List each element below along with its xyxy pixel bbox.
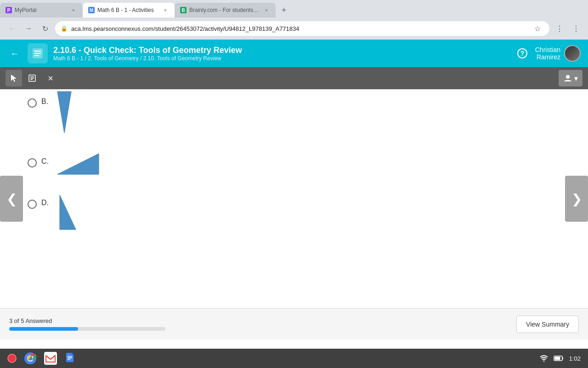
user-name: ChristianRamirez bbox=[535, 46, 560, 61]
tab-close-math6b[interactable]: × bbox=[162, 6, 169, 14]
toolbar-left: × bbox=[6, 70, 59, 86]
tab-close-myportal[interactable]: × bbox=[70, 6, 77, 14]
toolbar: × ▾ bbox=[0, 67, 588, 89]
battery-icon bbox=[554, 355, 564, 362]
progress-text: 3 of 5 Answered bbox=[9, 317, 516, 324]
address-bar-row: ← → ↻ 🔒 aca.lms.pearsonconnexus.com/stud… bbox=[0, 17, 588, 40]
address-bar[interactable]: 🔒 aca.lms.pearsonconnexus.com/student/26… bbox=[55, 21, 549, 36]
lock-icon: 🔒 bbox=[61, 25, 68, 32]
taskbar-app-circle[interactable] bbox=[7, 354, 17, 363]
avatar bbox=[564, 45, 581, 62]
progress-bar bbox=[9, 327, 165, 331]
prev-question-button[interactable]: ❮ bbox=[0, 176, 23, 222]
svg-rect-25 bbox=[562, 357, 563, 359]
option-label-b: B. bbox=[41, 98, 51, 106]
svg-marker-11 bbox=[57, 92, 71, 133]
tab-title-myportal: MyPortal bbox=[15, 7, 67, 13]
avatar-image bbox=[565, 46, 580, 61]
url-text: aca.lms.pearsonconnexus.com/student/2645… bbox=[71, 25, 527, 32]
tab-favicon-myportal: P bbox=[6, 7, 12, 13]
refresh-button[interactable]: ↻ bbox=[39, 22, 51, 35]
option-row-d: D. bbox=[28, 190, 560, 232]
taskbar-right: 1:02 bbox=[540, 355, 581, 362]
option-label-d: D. bbox=[41, 199, 51, 207]
chrome-taskbar-icon[interactable] bbox=[24, 352, 37, 365]
option-row-b: B. bbox=[28, 89, 560, 135]
prev-arrow-icon: ❮ bbox=[6, 191, 17, 207]
header-title-group: 2.10.6 - Quick Check: Tools of Geometry … bbox=[53, 46, 509, 62]
taskbar: 1:02 bbox=[0, 349, 588, 368]
next-question-button[interactable]: ❯ bbox=[565, 176, 588, 222]
docs-taskbar-icon[interactable] bbox=[64, 352, 77, 365]
svg-point-10 bbox=[566, 75, 570, 79]
tab-brainly[interactable]: B Brainly.com - For students. By st × bbox=[175, 3, 276, 17]
user-info: ChristianRamirez bbox=[535, 45, 581, 62]
tab-close-brainly[interactable]: × bbox=[263, 6, 270, 14]
svg-point-23 bbox=[543, 361, 544, 362]
radio-option-b[interactable] bbox=[28, 98, 37, 108]
option-figure-d bbox=[55, 190, 83, 232]
option-label-c: C. bbox=[41, 157, 51, 166]
tab-bar: P MyPortal × M Math 6 B - 1 - Activities… bbox=[0, 0, 588, 17]
triangle-d-svg bbox=[55, 190, 83, 232]
view-summary-button[interactable]: View Summary bbox=[516, 316, 579, 333]
footer: 3 of 5 Answered View Summary bbox=[0, 308, 588, 339]
close-button[interactable]: × bbox=[42, 70, 59, 86]
svg-rect-19 bbox=[72, 353, 74, 355]
taskbar-left bbox=[7, 352, 77, 365]
svg-marker-12 bbox=[57, 154, 99, 174]
wifi-icon bbox=[540, 355, 548, 362]
app-icon bbox=[28, 43, 48, 63]
header-back-button[interactable]: ← bbox=[7, 46, 22, 61]
triangle-c-svg bbox=[55, 149, 101, 177]
new-tab-button[interactable]: + bbox=[277, 4, 290, 17]
sticky-note-button[interactable] bbox=[24, 70, 40, 86]
user-menu-button[interactable]: ▾ bbox=[559, 70, 582, 86]
bookmark-button[interactable]: ☆ bbox=[531, 22, 544, 35]
tab-title-brainly: Brainly.com - For students. By st bbox=[189, 7, 260, 13]
triangle-b-svg bbox=[55, 89, 83, 135]
svg-marker-13 bbox=[60, 195, 76, 230]
taskbar-time: 1:02 bbox=[569, 355, 581, 362]
chrome-extensions-button[interactable]: ⋮ bbox=[553, 22, 566, 35]
option-figure-c bbox=[55, 149, 101, 177]
forward-button[interactable]: → bbox=[22, 22, 35, 35]
tab-myportal[interactable]: P MyPortal × bbox=[0, 3, 83, 17]
option-figure-b bbox=[55, 89, 83, 135]
help-button[interactable]: ? bbox=[515, 46, 530, 61]
main-content-wrapper: ❮ ❯ B. C. bbox=[0, 89, 588, 308]
cursor-tool-button[interactable] bbox=[6, 70, 22, 86]
options-container: B. C. D. bbox=[0, 89, 588, 250]
svg-text:?: ? bbox=[520, 50, 524, 57]
page-title: 2.10.6 - Quick Check: Tools of Geometry … bbox=[53, 46, 509, 55]
browser-chrome: P MyPortal × M Math 6 B - 1 - Activities… bbox=[0, 0, 588, 40]
next-arrow-icon: ❯ bbox=[571, 191, 582, 207]
breadcrumb: Math 6 B - 1 / 2. Tools of Geometry / 2.… bbox=[53, 55, 509, 62]
radio-option-c[interactable] bbox=[28, 158, 37, 167]
progress-section: 3 of 5 Answered bbox=[9, 317, 516, 331]
gmail-taskbar-icon[interactable] bbox=[44, 352, 57, 365]
app-header: ← 2.10.6 - Quick Check: Tools of Geometr… bbox=[0, 40, 588, 67]
header-right: ? ChristianRamirez bbox=[515, 45, 581, 62]
chrome-menu-button[interactable]: ⋮ bbox=[570, 22, 582, 35]
progress-bar-fill bbox=[9, 327, 78, 331]
back-button[interactable]: ← bbox=[6, 22, 18, 35]
option-row-c: C. bbox=[28, 149, 560, 177]
tab-favicon-brainly: B bbox=[180, 7, 187, 13]
tab-math6b[interactable]: M Math 6 B - 1 - Activities × bbox=[83, 3, 175, 17]
tab-favicon-math6b: M bbox=[88, 7, 95, 13]
tab-title-math6b: Math 6 B - 1 - Activities bbox=[97, 7, 159, 13]
svg-rect-26 bbox=[554, 357, 560, 360]
radio-option-d[interactable] bbox=[28, 200, 37, 209]
